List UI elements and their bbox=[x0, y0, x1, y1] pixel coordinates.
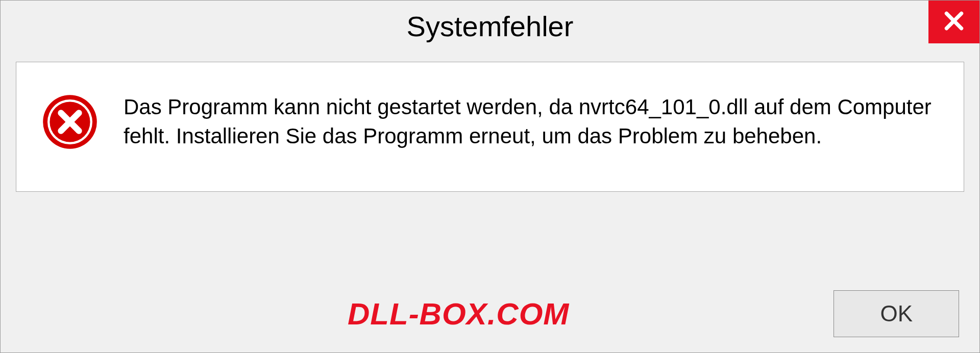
watermark-text: DLL-BOX.COM bbox=[348, 296, 569, 332]
ok-button[interactable]: OK bbox=[834, 290, 959, 337]
error-icon bbox=[42, 94, 98, 150]
error-dialog: Systemfehler Das Programm kann nicht ges… bbox=[0, 0, 980, 353]
content-box: Das Programm kann nicht gestartet werden… bbox=[16, 62, 964, 192]
titlebar: Systemfehler bbox=[1, 1, 979, 52]
close-button[interactable] bbox=[928, 1, 979, 43]
close-icon bbox=[941, 8, 967, 36]
error-message: Das Programm kann nicht gestartet werden… bbox=[124, 93, 938, 150]
dialog-title: Systemfehler bbox=[407, 10, 574, 43]
footer: DLL-BOX.COM OK bbox=[21, 290, 959, 337]
